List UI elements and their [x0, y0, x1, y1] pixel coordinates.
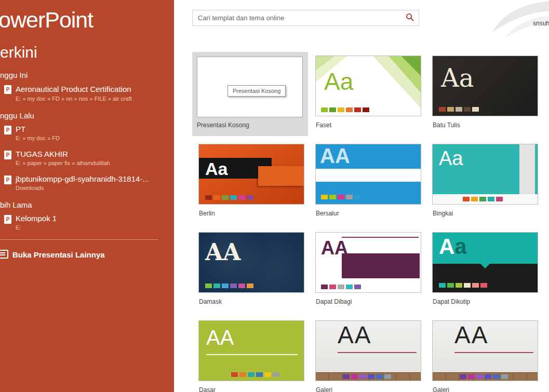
template-thumbnail-blank-presentation[interactable]: Presentasi Kosong Presentasi Kosong — [192, 52, 308, 136]
template-thumbnail[interactable]: AA — [198, 232, 304, 293]
template-cell: AaBatu Tulis — [432, 56, 538, 116]
template-thumbnail[interactable]: AA — [315, 320, 421, 381]
recent-file-kelompok-1[interactable]: Kelompok 1 — [16, 214, 57, 223]
sidebar: owerPoint erkini nggu Ini P Aeronautical… — [0, 0, 174, 392]
template-cell: AAGaleri — [315, 320, 421, 381]
recent-file-aeronautical[interactable]: Aeronautical Product Certification — [16, 85, 131, 93]
app-title: owerPoint — [0, 7, 93, 33]
open-other-presentations-button[interactable]: Buka Presentasi Lainnya — [0, 248, 156, 262]
recent-file-path: E: » my doc » FD » nn » nos » FILE » air… — [16, 96, 132, 102]
theme-color-swatches — [205, 283, 253, 288]
recent-file-path: E: » my doc » FD — [16, 135, 60, 141]
palette-swatch — [472, 283, 479, 288]
palette-swatch — [439, 283, 446, 288]
palette-swatch — [338, 285, 344, 289]
theme-color-swatches — [463, 197, 503, 201]
palette-swatch — [384, 374, 391, 379]
theme-color-swatches — [231, 372, 279, 377]
thumbnail-letters: AA — [454, 323, 488, 347]
template-label: Galeri — [433, 386, 449, 392]
palette-swatch — [480, 283, 487, 288]
palette-swatch — [238, 195, 245, 200]
thumbnail-letters: AA — [338, 323, 371, 347]
palette-swatch — [368, 374, 374, 379]
theme-color-swatches — [321, 195, 361, 199]
palette-swatch — [329, 107, 336, 112]
palette-swatch — [464, 107, 471, 112]
template-thumbnail[interactable]: AA — [315, 232, 421, 293]
palette-swatch — [222, 283, 229, 288]
palette-swatch — [230, 283, 237, 288]
open-folder-icon — [0, 250, 8, 259]
ppt-file-icon: P — [4, 85, 11, 94]
recent-file-tugas-akhir[interactable]: TUGAS AKHIR — [16, 150, 68, 158]
open-other-presentations-label: Buka Presentasi Lainnya — [12, 250, 105, 259]
maroon-rule — [454, 352, 533, 353]
template-cell: AADamask — [198, 232, 304, 293]
palette-swatch — [359, 374, 366, 379]
palette-swatch — [329, 285, 336, 289]
palette-swatch — [485, 374, 491, 379]
palette-swatch — [222, 195, 229, 200]
template-thumbnail[interactable]: Aa — [315, 56, 421, 116]
palette-swatch — [247, 195, 253, 200]
search-input[interactable] — [198, 11, 398, 25]
template-label: Batu Tulis — [433, 121, 460, 129]
template-thumbnail[interactable]: AA — [198, 320, 304, 381]
palette-swatch — [472, 107, 479, 112]
palette-swatch — [213, 283, 220, 288]
palette-swatch — [439, 107, 446, 112]
section-last-week: nggu Lalu — [0, 111, 34, 120]
thumbnail-letters: AA — [206, 327, 234, 348]
search-button[interactable] — [403, 12, 417, 24]
palette-swatch — [354, 107, 361, 112]
palette-swatch — [273, 372, 279, 377]
template-search-box — [192, 10, 419, 26]
thumbnail-letters: AA — [205, 241, 240, 264]
plum-block — [342, 253, 420, 278]
thumbnail-letters: AA — [321, 239, 348, 258]
template-thumbnail[interactable]: Aa — [432, 56, 538, 116]
banner-notch — [480, 264, 490, 268]
section-this-week: nggu Ini — [0, 71, 28, 79]
user-account-name[interactable]: snsuh — [533, 20, 549, 27]
thumbnail-letters: Aa — [324, 70, 353, 93]
maroon-rule — [338, 352, 417, 353]
palette-swatch — [471, 197, 478, 201]
palette-swatch — [231, 372, 238, 377]
palette-swatch — [447, 283, 454, 288]
palette-swatch — [346, 107, 353, 112]
palette-swatch — [256, 372, 263, 377]
template-label: Dapat Dibagi — [316, 298, 352, 305]
template-thumbnail[interactable]: AA — [432, 320, 538, 381]
sidebar-divider — [0, 239, 158, 240]
thumbnail-letters: Aa — [205, 160, 227, 178]
palette-swatch — [468, 374, 475, 379]
template-label: Galeri — [316, 386, 332, 392]
palette-swatch — [351, 374, 358, 379]
template-thumbnail[interactable]: Aa — [432, 144, 538, 205]
palette-swatch — [447, 107, 454, 112]
ppt-file-icon: P — [4, 175, 11, 184]
template-cell: AADapat Dibagi — [315, 232, 421, 293]
template-thumbnail[interactable]: Aa — [432, 232, 538, 293]
template-cell: AABersalur — [315, 144, 421, 205]
palette-swatch — [354, 285, 361, 289]
thumbnail-letters: AA — [320, 145, 350, 166]
palette-swatch — [488, 197, 494, 201]
start-screen: owerPoint erkini nggu Ini P Aeronautical… — [0, 0, 549, 392]
palette-swatch — [248, 372, 255, 377]
underline-rule — [206, 354, 298, 355]
search-icon — [406, 13, 414, 22]
template-thumbnail[interactable]: AA — [315, 144, 421, 205]
theme-color-swatches — [439, 283, 487, 288]
palette-swatch — [338, 195, 344, 199]
white-band — [316, 169, 421, 182]
recent-file-jbptunikompp[interactable]: jbptunikompp-gdl-syahranidh-31814-... — [16, 174, 149, 183]
recent-file-pt[interactable]: PT — [16, 125, 25, 133]
palette-swatch — [247, 283, 253, 288]
recent-files-title: erkini — [0, 44, 37, 61]
template-thumbnail[interactable]: Aa — [198, 144, 304, 205]
blank-presentation-tooltip: Presentasi Kosong — [227, 85, 286, 97]
template-cell: AaBerlin — [198, 144, 304, 205]
